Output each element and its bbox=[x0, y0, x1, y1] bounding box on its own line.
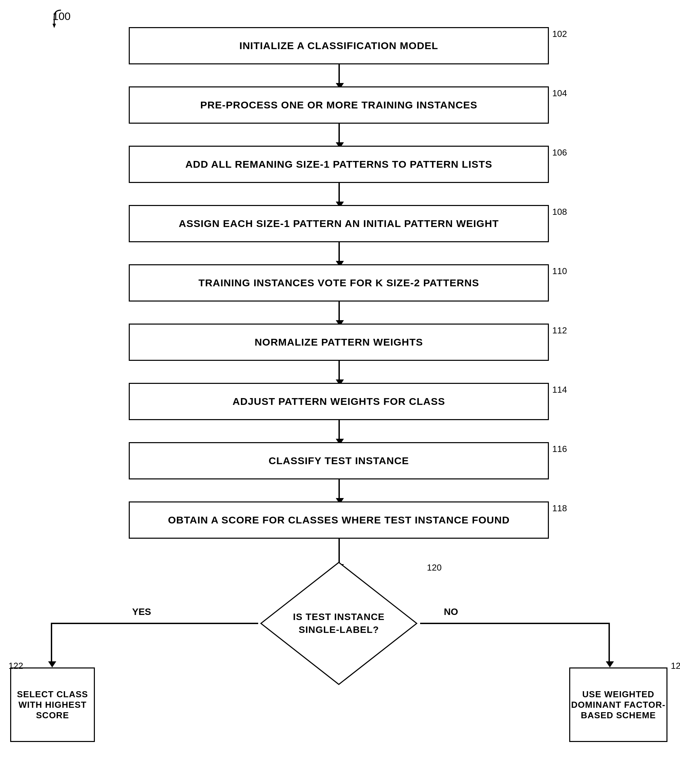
box-118: OBTAIN A SCORE FOR CLASSES WHERE TEST IN… bbox=[129, 501, 549, 539]
diagram-container: 100 INITIALIZE A CLASSIFICATION MODEL 10… bbox=[0, 0, 680, 784]
box-108: ASSIGN EACH SIZE-1 PATTERN AN INITIAL PA… bbox=[129, 205, 549, 242]
box-106: ADD ALL REMANING SIZE-1 PATTERNS TO PATT… bbox=[129, 146, 549, 183]
box-112: NORMALIZE PATTERN WEIGHTS bbox=[129, 324, 549, 361]
ref-106: 106 bbox=[552, 147, 567, 158]
ref-122: 122 bbox=[8, 661, 23, 671]
no-label: NO bbox=[444, 606, 458, 617]
yes-label: YES bbox=[132, 606, 151, 617]
diamond-120-text: IS TEST INSTANCE SINGLE-LABEL? bbox=[258, 559, 420, 688]
box-102: INITIALIZE A CLASSIFICATION MODEL bbox=[129, 27, 549, 65]
ref-120: 120 bbox=[427, 562, 441, 573]
ref-124: 124 bbox=[671, 661, 680, 671]
ref-114: 114 bbox=[552, 384, 567, 395]
ref-108: 108 bbox=[552, 207, 567, 217]
ref-116: 116 bbox=[552, 444, 567, 454]
box-110: TRAINING INSTANCES VOTE FOR K SIZE-2 PAT… bbox=[129, 264, 549, 302]
ref-110: 110 bbox=[552, 266, 567, 277]
box-124: USE WEIGHTED DOMINANT FACTOR-BASED SCHEM… bbox=[569, 668, 667, 742]
svg-marker-0 bbox=[52, 24, 56, 28]
ref-102: 102 bbox=[552, 29, 567, 39]
ref-118: 118 bbox=[552, 503, 567, 514]
box-104: PRE-PROCESS ONE OR MORE TRAINING INSTANC… bbox=[129, 87, 549, 124]
box-116: CLASSIFY TEST INSTANCE bbox=[129, 442, 549, 479]
ref-112: 112 bbox=[552, 325, 567, 336]
box-122: SELECT CLASS WITH HIGHEST SCORE bbox=[10, 668, 95, 742]
box-114: ADJUST PATTERN WEIGHTS FOR CLASS bbox=[129, 383, 549, 420]
ref-104: 104 bbox=[552, 88, 567, 99]
